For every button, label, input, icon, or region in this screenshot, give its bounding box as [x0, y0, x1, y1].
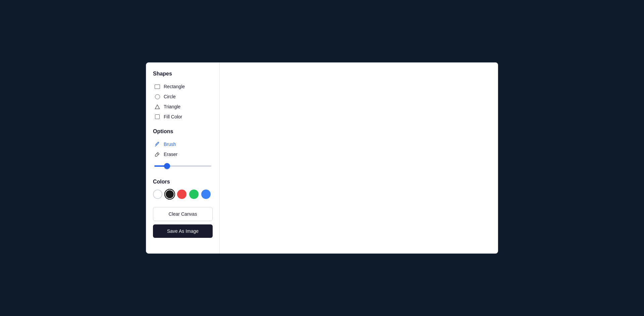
options-title: Options: [153, 128, 213, 135]
shape-item-circle[interactable]: Circle: [153, 92, 213, 102]
option-item-brush[interactable]: Brush: [153, 139, 213, 149]
color-swatch-red[interactable]: [177, 190, 186, 199]
options-section: Options Brush Eraser: [153, 128, 213, 172]
circle-icon: [154, 94, 160, 100]
shape-label-rectangle: Rectangle: [164, 84, 185, 89]
shape-item-fill-color[interactable]: Fill Color: [153, 112, 213, 122]
shape-label-triangle: Triangle: [164, 104, 180, 109]
drawing-canvas[interactable]: [220, 62, 498, 254]
colors-row: [153, 190, 213, 199]
save-as-image-button[interactable]: Save As Image: [153, 224, 213, 238]
option-label-brush: Brush: [164, 142, 176, 147]
color-swatch-blue[interactable]: [201, 190, 211, 199]
option-item-eraser[interactable]: Eraser: [153, 149, 213, 159]
color-swatch-green[interactable]: [189, 190, 199, 199]
shapes-title: Shapes: [153, 71, 213, 77]
eraser-icon: [154, 151, 160, 157]
fill-color-icon: [154, 114, 160, 120]
shapes-section: Shapes Rectangle Circle: [153, 71, 213, 122]
shape-label-circle: Circle: [164, 94, 176, 99]
brush-size-slider-container: [153, 159, 213, 172]
square-icon: [154, 84, 160, 90]
color-swatch-black[interactable]: [165, 190, 174, 199]
shape-label-fill-color: Fill Color: [164, 114, 182, 119]
shape-item-triangle[interactable]: Triangle: [153, 102, 213, 112]
clear-canvas-button[interactable]: Clear Canvas: [153, 207, 213, 221]
colors-section: Colors: [153, 179, 213, 199]
color-swatch-white[interactable]: [153, 190, 162, 199]
option-label-eraser: Eraser: [164, 152, 177, 157]
sidebar: Shapes Rectangle Circle: [146, 62, 220, 254]
brush-icon: [154, 141, 160, 147]
shape-item-rectangle[interactable]: Rectangle: [153, 82, 213, 92]
app-container: Shapes Rectangle Circle: [146, 62, 498, 254]
triangle-icon: [154, 104, 160, 110]
brush-size-slider[interactable]: [154, 165, 211, 167]
colors-title: Colors: [153, 179, 213, 185]
